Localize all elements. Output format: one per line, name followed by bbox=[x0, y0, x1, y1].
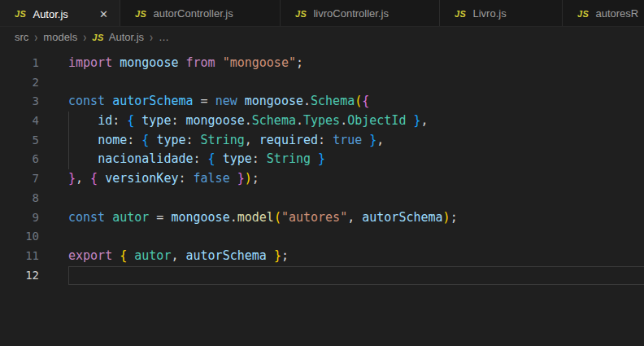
breadcrumb-label: src bbox=[15, 31, 28, 43]
tab-autor-js[interactable]: JSAutor.js✕ bbox=[0, 0, 120, 27]
code-text: id: { type: mongoose.Schema.Types.Object… bbox=[39, 112, 429, 131]
breadcrumb-label: models bbox=[43, 31, 77, 43]
tab-livrocontroller-js[interactable]: JSlivroController.js bbox=[281, 0, 440, 27]
code-line[interactable]: 9const autor = mongoose.model("autores",… bbox=[0, 208, 644, 228]
js-file-icon: JS bbox=[15, 9, 26, 19]
line-number: 9 bbox=[0, 208, 39, 228]
code-text: export { autor, autorSchema }; bbox=[39, 247, 289, 266]
tab-livro-js[interactable]: JSLivro.js bbox=[440, 0, 563, 27]
code-text: const autorSchema = new mongoose.Schema(… bbox=[39, 92, 369, 112]
tab-autoresr[interactable]: JSautoresR bbox=[563, 0, 644, 27]
code-text: import mongoose from "mongoose"; bbox=[39, 54, 303, 73]
breadcrumb-item-models[interactable]: models bbox=[43, 31, 77, 43]
line-number: 4 bbox=[0, 112, 39, 131]
code-line[interactable]: 2 bbox=[0, 73, 644, 93]
line-number: 1 bbox=[0, 54, 39, 73]
current-line-highlight bbox=[68, 266, 644, 286]
code-text bbox=[39, 227, 68, 247]
code-editor[interactable]: 1import mongoose from "mongoose";23const… bbox=[0, 47, 644, 346]
code-text bbox=[39, 266, 68, 286]
code-text: nome: { type: String, required: true }, bbox=[39, 131, 384, 151]
code-line[interactable]: 11export { autor, autorSchema }; bbox=[0, 247, 644, 266]
code-text: nacionalidade: { type: String } bbox=[39, 150, 325, 169]
tab-label: Autor.js bbox=[33, 8, 67, 20]
breadcrumb-item--[interactable]: … bbox=[159, 31, 169, 43]
chevron-right-icon: › bbox=[83, 29, 86, 44]
tab-label: livroController.js bbox=[313, 7, 388, 20]
line-number: 12 bbox=[0, 266, 39, 286]
line-number: 2 bbox=[0, 73, 39, 93]
code-text: const autor = mongoose.model("autores", … bbox=[39, 208, 458, 228]
breadcrumb-label: Autor.js bbox=[109, 31, 144, 43]
code-line[interactable]: 3const autorSchema = new mongoose.Schema… bbox=[0, 92, 644, 112]
tab-label: Livro.js bbox=[472, 7, 506, 20]
breadcrumb-label: … bbox=[159, 31, 169, 43]
chevron-right-icon: › bbox=[34, 29, 37, 44]
line-number: 8 bbox=[0, 189, 39, 208]
editor-tab-bar: JSAutor.js✕JSautorController.jsJSlivroCo… bbox=[0, 0, 644, 27]
code-line[interactable]: 8 bbox=[0, 189, 644, 208]
code-line[interactable]: 7}, { versionKey: false }); bbox=[0, 169, 644, 189]
chevron-right-icon: › bbox=[150, 29, 153, 44]
line-number: 5 bbox=[0, 131, 39, 151]
line-number: 11 bbox=[0, 247, 39, 266]
line-number: 6 bbox=[0, 150, 39, 169]
code-text: }, { versionKey: false }); bbox=[39, 169, 259, 189]
close-icon[interactable]: ✕ bbox=[96, 7, 111, 21]
js-file-icon: JS bbox=[92, 33, 103, 42]
breadcrumb: src›models›JSAutor.js›… bbox=[0, 27, 644, 47]
code-text bbox=[39, 189, 68, 208]
line-number: 10 bbox=[0, 227, 39, 247]
js-file-icon: JS bbox=[455, 9, 466, 19]
line-number: 7 bbox=[0, 169, 39, 189]
code-line[interactable]: 4 id: { type: mongoose.Schema.Types.Obje… bbox=[0, 112, 644, 131]
breadcrumb-item-autor-js[interactable]: JSAutor.js bbox=[92, 31, 144, 43]
code-line[interactable]: 5 nome: { type: String, required: true }… bbox=[0, 131, 644, 151]
tab-label: autoresR bbox=[595, 7, 638, 20]
breadcrumb-item-src[interactable]: src bbox=[15, 31, 28, 43]
code-line[interactable]: 1import mongoose from "mongoose"; bbox=[0, 54, 644, 73]
js-file-icon: JS bbox=[295, 9, 307, 19]
tab-label: autorController.js bbox=[153, 7, 233, 20]
code-line[interactable]: 10 bbox=[0, 227, 644, 247]
code-line[interactable]: 6 nacionalidade: { type: String } bbox=[0, 150, 644, 169]
js-file-icon: JS bbox=[135, 9, 146, 19]
code-text bbox=[39, 73, 68, 93]
tab-autorcontroller-js[interactable]: JSautorController.js bbox=[120, 0, 281, 27]
js-file-icon: JS bbox=[577, 9, 589, 19]
line-number: 3 bbox=[0, 92, 39, 112]
indent-guide bbox=[68, 112, 69, 169]
